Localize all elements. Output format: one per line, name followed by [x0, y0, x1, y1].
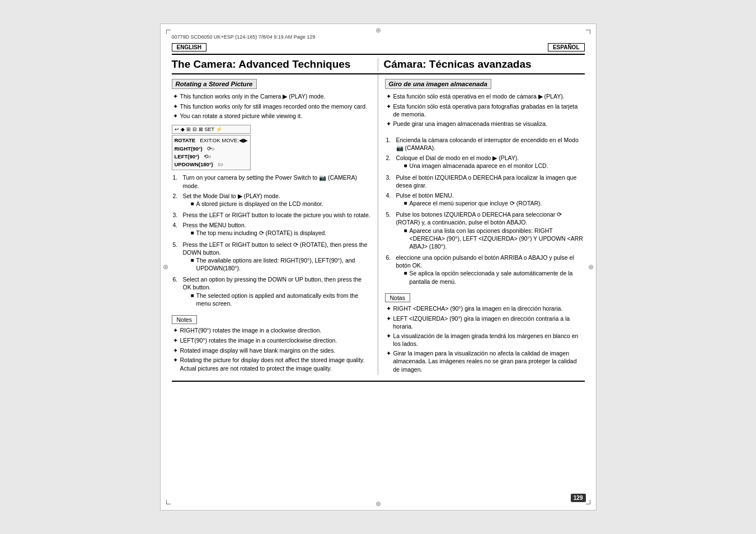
- list-item: ✦ RIGHT <DERECHA> (90°) gira la imagen e…: [386, 305, 585, 313]
- sub-text: The selected option is applied and autom…: [196, 292, 371, 307]
- bullet-icon: ✦: [173, 336, 178, 345]
- step-content: Turn on your camera by setting the Power…: [183, 174, 371, 189]
- list-item: ✦ Rotated image display will have blank …: [173, 346, 371, 355]
- list-item: ✦ Puede girar una imagen almacenada mien…: [386, 120, 585, 128]
- corner-mark-tr: [586, 30, 590, 34]
- sub-item: ■ Aparece el menú superior que incluye ⟳…: [404, 199, 542, 207]
- sub-icon: ■: [191, 292, 194, 299]
- list-item: 6. eleccione una opción pulsando el botó…: [386, 254, 585, 287]
- bullet-text: LEFT <IZQUIERDA> (90°) gira la imagen en…: [393, 315, 585, 330]
- list-item: 5. Pulse los botones IZQUIERDA o DERECHA…: [386, 210, 585, 251]
- step-num: 4.: [386, 191, 394, 199]
- sub-icon: ■: [191, 256, 194, 264]
- step-content: Pulse los botones IZQUIERDA o DERECHA pa…: [396, 210, 585, 251]
- bullet-icon: ✦: [386, 349, 391, 358]
- bullet-icon: ✦: [386, 120, 391, 128]
- section-heading-left: Rotating a Stored Picture: [172, 79, 257, 89]
- file-header-text: 00779D SCD6050 UK+ESP (124-165) 7/8/04 9…: [172, 34, 316, 40]
- step-num: 2.: [173, 192, 181, 200]
- icon-sym: ⚡: [216, 127, 222, 132]
- sub-icon: ■: [404, 199, 407, 207]
- content-right: Giro de una imagen almacenada ✦ Esta fun…: [378, 74, 585, 375]
- list-item: 4. Pulse el botón MENU. ■ Aparece el men…: [386, 191, 585, 208]
- list-item: ✦ Rotating the picture for display does …: [173, 356, 371, 372]
- page-number-badge: 129: [571, 494, 586, 502]
- list-item: ✦ This function works only for still ima…: [173, 102, 371, 111]
- bullet-icon: ✦: [173, 356, 178, 364]
- step-content: Select an option by pressing the DOWN or…: [183, 275, 371, 308]
- step-num: 6.: [386, 254, 394, 261]
- step-text: eleccione una opción pulsando el botón A…: [396, 254, 574, 269]
- sub-text: Aparece una lista con las opciones dispo…: [410, 227, 585, 251]
- step-num: 5.: [386, 210, 394, 218]
- sub-text: Se aplica la opción seleccionada y sale …: [410, 269, 585, 285]
- step-text: Press the LEFT or RIGHT button to select…: [183, 241, 368, 256]
- step-content: Press the LEFT or RIGHT button to locate…: [183, 211, 370, 219]
- bullet-text: Esta función sólo está operativa en el m…: [393, 92, 565, 100]
- step-content: Pulse el botón MENU. ■ Aparece el menú s…: [396, 191, 542, 208]
- sub-text: The available options are listed: RIGHT(…: [196, 256, 371, 272]
- notes-box-right: Notas: [385, 293, 410, 302]
- bullet-text: This function works only for still image…: [180, 102, 367, 110]
- sub-text: A stored picture is displayed on the LCD…: [196, 200, 323, 208]
- bullet-text: You can rotate a stored picture while vi…: [180, 112, 303, 120]
- sub-text: Aparece el menú superior que incluye ⟳ (…: [410, 199, 542, 207]
- step-text: Encienda la cámara colocando el interrup…: [396, 137, 579, 151]
- section-heading-right: Giro de una imagen almacenada: [385, 79, 491, 89]
- step-text: Select an option by pressing the DOWN or…: [183, 276, 362, 291]
- main-title-english: The Camera: Advanced Techniques: [172, 58, 372, 71]
- bullet-text: LEFT(90°) rotates the image in a counter…: [180, 336, 337, 344]
- bullet-text: Girar la imagen para la visualización no…: [393, 349, 585, 373]
- list-item: 5. Press the LEFT or RIGHT button to sel…: [173, 241, 371, 274]
- file-header: 00779D SCD6050 UK+ESP (124-165) 7/8/04 9…: [172, 34, 585, 40]
- diag-val: ⟲○: [204, 153, 212, 161]
- bullet-icon: ✦: [173, 326, 178, 335]
- list-item: ✦ Girar la imagen para la visualización …: [386, 349, 585, 373]
- step-num: 5.: [173, 241, 181, 249]
- bullet-icon: ✦: [386, 305, 391, 313]
- step-content: Press the LEFT or RIGHT button to select…: [183, 241, 371, 274]
- content-left: Rotating a Stored Picture ✦ This functio…: [172, 74, 378, 375]
- diagram-icons: ↩ ◆ ⊞ ⊟ ⊠ SET ⚡: [172, 125, 251, 134]
- bullet-text: RIGHT(90°) rotates the image in a clockw…: [180, 326, 322, 334]
- crosshair-left: ⊕: [163, 263, 168, 271]
- sub-item: ■ Una imagen almacenada aparece en el mo…: [404, 162, 548, 170]
- list-item: ✦ This function works only in the Camera…: [173, 92, 371, 101]
- sub-item: ■ A stored picture is displayed on the L…: [191, 200, 323, 208]
- diag-val: ⟳○: [207, 145, 215, 153]
- bullet-icon: ✦: [386, 92, 391, 101]
- diag-row: RIGHT(90°) ⟳○: [175, 145, 248, 153]
- bullet-icon: ✦: [173, 346, 178, 355]
- title-right: Cámara: Técnicas avanzadas: [378, 58, 585, 71]
- notes-list-right: ✦ RIGHT <DERECHA> (90°) gira la imagen e…: [385, 305, 585, 373]
- bullet-icon: ✦: [386, 332, 391, 340]
- diag-row: ROTATE EXIT:OK MOVE:◀▶: [175, 137, 248, 144]
- list-item: 1. Turn on your camera by setting the Po…: [173, 174, 371, 189]
- list-item: 3. Press the LEFT or RIGHT button to loc…: [173, 211, 371, 219]
- sub-icon: ■: [404, 227, 407, 235]
- diagram-wrapper: ↩ ◆ ⊞ ⊟ ⊠ SET ⚡ ROTATE EXIT:OK MOVE:◀▶: [172, 125, 251, 170]
- step-num: 4.: [173, 221, 181, 229]
- step-text: Pulse el botón IZQUIERDA o DERECHA para …: [396, 174, 577, 189]
- list-item: 1. Encienda la cámara colocando el inter…: [386, 136, 585, 152]
- step-num: 2.: [386, 154, 394, 162]
- diagram-table: ROTATE EXIT:OK MOVE:◀▶ RIGHT(90°) ⟳○ LEF…: [172, 135, 251, 170]
- bullet-icon: ✦: [386, 315, 391, 323]
- icon-sym: ◆: [181, 127, 185, 132]
- list-item: ✦ You can rotate a stored picture while …: [173, 112, 371, 120]
- step-num: 3.: [173, 211, 181, 219]
- step-text: Turn on your camera by setting the Power…: [183, 174, 357, 189]
- list-item: 4. Press the MENU button. ■ The top menu…: [173, 221, 371, 238]
- list-item: ✦ Esta función sólo está operativa en el…: [386, 92, 585, 101]
- sub-item: ■ The available options are listed: RIGH…: [191, 256, 371, 272]
- bullet-text: Esta función sólo está operativa para fo…: [393, 102, 585, 118]
- corner-mark-br: [586, 500, 590, 504]
- step-content: Pulse el botón IZQUIERDA o DERECHA para …: [396, 174, 585, 189]
- diag-label: ROTATE: [175, 137, 196, 144]
- notes-box-left: Notes: [172, 315, 197, 324]
- list-item: 2. Coloque el Dial de modo en el modo ▶ …: [386, 154, 585, 171]
- main-title-spanish: Cámara: Técnicas avanzadas: [384, 58, 585, 71]
- numbered-list-right: 1. Encienda la cámara colocando el inter…: [386, 136, 585, 287]
- step-num: 6.: [173, 275, 181, 283]
- sub-text: Una imagen almacenada aparece en el moni…: [410, 162, 548, 170]
